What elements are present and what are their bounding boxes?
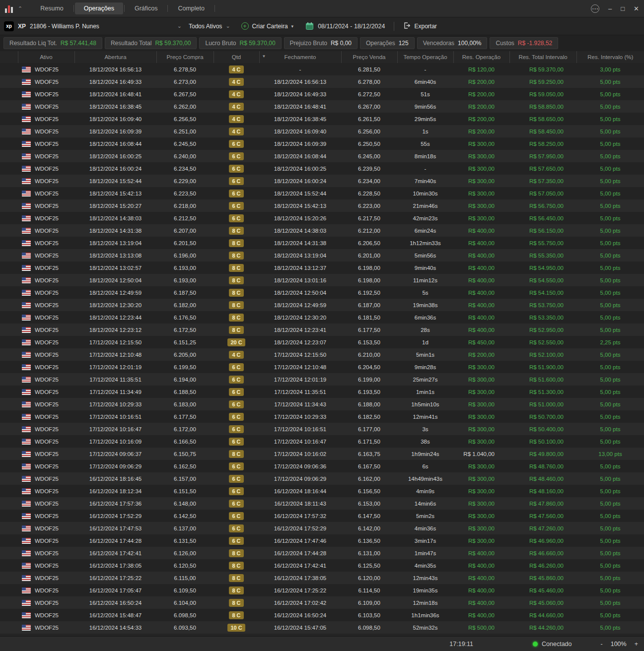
column-header-tempo-operacao[interactable]: Tempo Operação	[397, 51, 453, 63]
operation-row[interactable]: WDOF25 17/12/2024 09:06:37 6.150,75 8 C …	[0, 448, 644, 460]
interval-total-result: R$ 45.060,00	[509, 596, 576, 609]
operation-row[interactable]: WDOF25 16/12/2024 17:38:05 6.120,50 8 C …	[0, 559, 644, 572]
calendar-icon[interactable]	[305, 22, 314, 30]
operation-row[interactable]: WDOF25 16/12/2024 14:54:33 6.093,50 10 C…	[0, 621, 644, 634]
operation-row[interactable]: WDOF25 17/12/2024 11:34:49 6.188,50 6 C …	[0, 386, 644, 398]
operation-row[interactable]: WDOF25 17/12/2024 11:35:51 6.194,00 6 C …	[0, 373, 644, 386]
close-datetime: 17/12/2024 12:10:48	[259, 361, 341, 373]
buy-price: 6.267,50	[156, 88, 214, 100]
operation-row[interactable]: WDOF25 18/12/2024 13:13:08 6.196,00 8 C …	[0, 249, 644, 261]
operation-row[interactable]: WDOF25 17/12/2024 12:15:50 6.151,25 20 C…	[0, 336, 644, 348]
operation-row[interactable]: WDOF25 18/12/2024 14:38:03 6.212,50 6 C …	[0, 212, 644, 224]
row-gutter	[0, 398, 18, 410]
column-header-fechamento[interactable]: ▼Fechamento	[259, 51, 341, 63]
operation-row[interactable]: WDOF25 18/12/2024 16:49:33 6.273,00 4 C …	[0, 75, 644, 88]
operation-row[interactable]: WDOF25 18/12/2024 16:09:40 6.256,50 4 C …	[0, 113, 644, 125]
qty-badge: 8 C	[229, 239, 243, 247]
filter-icon[interactable]: ▼	[262, 54, 266, 59]
operation-row[interactable]: WDOF25 16/12/2024 17:05:47 6.109,50 8 C …	[0, 584, 644, 596]
operation-row[interactable]: WDOF25 16/12/2024 17:52:29 6.142,50 6 C …	[0, 510, 644, 522]
column-header-res-intervalo-pct[interactable]: Res. Intervalo (%)	[576, 51, 644, 63]
asset-filter-select[interactable]: Todos Ativos ⌄	[186, 23, 233, 30]
account-select[interactable]: XP 21806 - Williams P. Nunes ⌄	[18, 23, 182, 30]
close-icon[interactable]: ✕	[634, 5, 639, 12]
tab-resumo[interactable]: Resumo	[31, 2, 72, 14]
asset-label: WDOF25	[35, 104, 59, 110]
operation-row[interactable]: WDOF25 18/12/2024 16:09:39 6.251,00 4 C …	[0, 125, 644, 137]
operation-row[interactable]: WDOF25 18/12/2024 15:42:13 6.223,50 6 C …	[0, 187, 644, 199]
buy-price: 6.229,00	[156, 175, 214, 187]
operation-row[interactable]: WDOF25 17/12/2024 10:29:33 6.183,00 6 C …	[0, 398, 644, 410]
sell-price: 6.210,00	[341, 348, 397, 361]
create-portfolio-button[interactable]: + Criar Carteira ▾	[237, 22, 298, 30]
operation-row[interactable]: WDOF25 17/12/2024 10:16:51 6.177,50 6 C …	[0, 410, 644, 423]
operation-row[interactable]: WDOF25 16/12/2024 17:25:22 6.115,00 8 C …	[0, 572, 644, 584]
operation-row[interactable]: WDOF25 16/12/2024 18:16:45 6.157,00 6 C …	[0, 472, 644, 485]
column-header-gutter[interactable]	[0, 51, 18, 63]
qty-badge: 8 C	[229, 301, 243, 309]
zoom-in-button[interactable]: +	[635, 641, 638, 648]
maximize-icon[interactable]: □	[621, 5, 625, 12]
row-gutter	[0, 472, 18, 485]
menu-icon[interactable]: ⋯	[591, 4, 599, 13]
operation-row[interactable]: WDOF25 18/12/2024 16:56:13 6.278,50 4 C …	[0, 63, 644, 75]
column-header-res-operacao[interactable]: Res. Operação	[453, 51, 509, 63]
date-range-picker[interactable]: 08/11/2024 - 18/12/2024	[318, 23, 385, 30]
tab-completo[interactable]: Completo	[169, 2, 214, 14]
operation-row[interactable]: WDOF25 17/12/2024 09:06:29 6.162,50 6 C …	[0, 460, 644, 472]
operation-row[interactable]: WDOF25 18/12/2024 12:23:12 6.172,50 8 C …	[0, 324, 644, 336]
sell-price: 6.147,50	[341, 510, 397, 522]
operation-row[interactable]: WDOF25 16/12/2024 17:42:41 6.126,00 8 C …	[0, 547, 644, 559]
row-gutter	[0, 324, 18, 336]
operation-row[interactable]: WDOF25 18/12/2024 12:50:04 6.193,00 8 C …	[0, 274, 644, 286]
tab-operacoes[interactable]: Operações	[75, 2, 123, 14]
operation-row[interactable]: WDOF25 18/12/2024 12:49:59 6.187,50 8 C …	[0, 286, 644, 299]
operation-row[interactable]: WDOF25 17/12/2024 10:16:09 6.166,50 6 C …	[0, 435, 644, 448]
open-datetime: 18/12/2024 12:23:12	[74, 324, 156, 336]
operation-row[interactable]: WDOF25 16/12/2024 18:12:34 6.151,50 6 C …	[0, 485, 644, 497]
operation-row[interactable]: WDOF25 18/12/2024 12:30:20 6.182,00 8 C …	[0, 299, 644, 311]
operation-row[interactable]: WDOF25 16/12/2024 17:44:28 6.131,50 6 C …	[0, 534, 644, 547]
us-flag-icon	[22, 116, 31, 122]
operation-row[interactable]: WDOF25 18/12/2024 12:23:44 6.176,50 8 C …	[0, 311, 644, 324]
interval-total-result: R$ 57.950,00	[509, 150, 576, 162]
operation-row[interactable]: WDOF25 18/12/2024 15:52:44 6.229,00 6 C …	[0, 175, 644, 187]
operation-row[interactable]: WDOF25 18/12/2024 13:02:57 6.193,00 8 C …	[0, 261, 644, 274]
operation-row[interactable]: WDOF25 18/12/2024 16:08:44 6.245,50 6 C …	[0, 137, 644, 150]
operation-row[interactable]: WDOF25 18/12/2024 16:00:25 6.240,00 6 C …	[0, 150, 644, 162]
operation-row[interactable]: WDOF25 18/12/2024 14:31:38 6.207,00 8 C …	[0, 224, 644, 237]
zoom-out-button[interactable]: -	[601, 641, 603, 648]
tab-separator	[73, 5, 74, 12]
column-header-preco-venda[interactable]: Preço Venda	[341, 51, 397, 63]
column-header-res-total-intervalo[interactable]: Res. Total Intervalo	[509, 51, 576, 63]
column-header-abertura[interactable]: Abertura	[74, 51, 156, 63]
close-datetime: -	[259, 63, 341, 75]
operation-row[interactable]: WDOF25 17/12/2024 12:10:48 6.205,00 4 C …	[0, 348, 644, 361]
operation-row[interactable]: WDOF25 18/12/2024 16:48:41 6.267,50 4 C …	[0, 88, 644, 100]
operation-row[interactable]: WDOF25 17/12/2024 10:16:47 6.172,00 6 C …	[0, 423, 644, 435]
asset-label: WDOF25	[35, 414, 59, 420]
sell-price: 6.239,50	[341, 162, 397, 175]
op-duration: 6min36s	[397, 311, 453, 324]
column-header-preco-compra[interactable]: Preço Compra	[156, 51, 214, 63]
tab-graficos[interactable]: Gráficos	[126, 2, 167, 14]
operation-row[interactable]: WDOF25 17/12/2024 12:01:19 6.199,50 6 C …	[0, 361, 644, 373]
export-button[interactable]: Exportar	[403, 22, 436, 31]
buy-price: 6.212,50	[156, 212, 214, 224]
column-header-ativo[interactable]: Ativo	[18, 51, 74, 63]
column-header-label: Preço Compra	[166, 54, 203, 60]
operation-row[interactable]: WDOF25 18/12/2024 13:19:04 6.201,50 8 C …	[0, 237, 644, 249]
buy-price: 6.150,75	[156, 448, 214, 460]
operation-row[interactable]: WDOF25 18/12/2024 16:00:24 6.234,50 6 C …	[0, 162, 644, 175]
operation-row[interactable]: WDOF25 16/12/2024 17:57:36 6.148,00 6 C …	[0, 497, 644, 510]
operation-row[interactable]: WDOF25 16/12/2024 16:50:24 6.104,00 8 C …	[0, 596, 644, 609]
sell-price: 6.103,50	[341, 609, 397, 621]
minimize-icon[interactable]: –	[608, 5, 612, 12]
operation-row[interactable]: WDOF25 16/12/2024 17:47:53 6.137,00 6 C …	[0, 522, 644, 534]
chevron-up-icon[interactable]: ⌃	[18, 5, 22, 12]
operation-row[interactable]: WDOF25 18/12/2024 16:38:45 6.262,00 4 C …	[0, 100, 644, 113]
operation-row[interactable]: WDOF25 18/12/2024 15:20:27 6.218,00 6 C …	[0, 199, 644, 212]
column-header-qtd[interactable]: Qtd	[214, 51, 259, 63]
qty-badge: 6 C	[229, 177, 243, 185]
operation-row[interactable]: WDOF25 16/12/2024 15:48:47 6.098,50 8 C …	[0, 609, 644, 621]
